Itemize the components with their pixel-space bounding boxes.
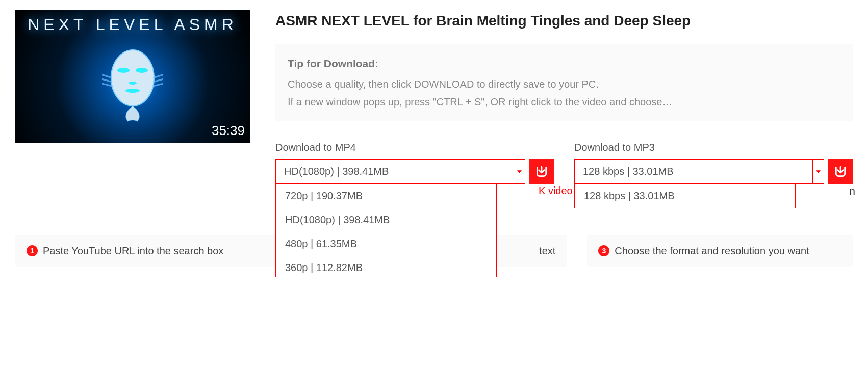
mp4-label: Download to MP4 [275,142,554,153]
step-number-badge: 1 [27,245,38,256]
tip-header: Tip for Download: [288,55,840,73]
mp3-selected-value: 128 kbps | 33.01MB [583,166,674,177]
mp4-download-button[interactable] [529,159,554,184]
tip-box: Tip for Download: Choose a quality, then… [275,44,853,121]
svg-point-2 [136,68,148,73]
step-number-badge: 3 [598,245,609,256]
mp3-option[interactable]: 128 kbps | 33.01MB [575,184,795,208]
video-thumbnail[interactable]: NEXT LEVEL ASMR [15,10,250,143]
mp4-option[interactable]: 720p | 190.37MB [276,184,496,208]
chevron-down-icon [514,160,525,183]
chevron-down-icon [812,160,824,183]
mp4-column: Download to MP4 HD(1080p) | 398.41MB 720… [275,142,554,184]
download-icon [834,165,847,178]
step-1-text: Paste YouTube URL into the search box [43,245,223,257]
mp4-quality-select[interactable]: HD(1080p) | 398.41MB [275,159,525,184]
svg-point-4 [125,89,140,93]
step-1: 1 Paste YouTube URL into the search box [15,235,281,267]
svg-point-3 [129,82,137,85]
download-icon [535,165,548,178]
mp3-download-button[interactable] [828,159,853,184]
svg-point-0 [111,50,154,106]
tip-line-2: If a new window pops up, press "CTRL + S… [288,93,840,111]
mp4-option[interactable]: 480p | 61.35MB [276,232,496,256]
mask-graphic [102,42,163,124]
video-duration: 35:39 [212,123,245,139]
video-title: ASMR NEXT LEVEL for Brain Melting Tingle… [275,13,853,29]
mp3-column: K video n Download to MP3 128 kbps | 33.… [574,142,853,184]
mp3-label: Download to MP3 [574,142,853,153]
mp4-dropdown: 720p | 190.37MB HD(1080p) | 398.41MB 480… [275,184,497,277]
mp3-dropdown: 128 kbps | 33.01MB [574,184,796,208]
mp4-option[interactable]: HD(1080p) | 398.41MB [276,208,496,232]
hidden-suffix: n [849,185,855,197]
step-3: 3 Choose the format and resolution you w… [587,235,853,267]
thumbnail-overlay-text: NEXT LEVEL ASMR [15,15,250,34]
mp3-quality-select[interactable]: 128 kbps | 33.01MB [574,159,824,184]
hidden-red-text: K video [539,185,573,197]
step-2-visible-fragment: text [539,245,555,257]
tip-line-1: Choose a quality, then click DOWNLOAD to… [288,75,840,93]
mp4-option[interactable]: 360p | 112.82MB [276,256,496,277]
step-3-text: Choose the format and resolution you wan… [615,245,809,257]
svg-point-1 [117,68,130,73]
mp4-selected-value: HD(1080p) | 398.41MB [284,166,389,177]
